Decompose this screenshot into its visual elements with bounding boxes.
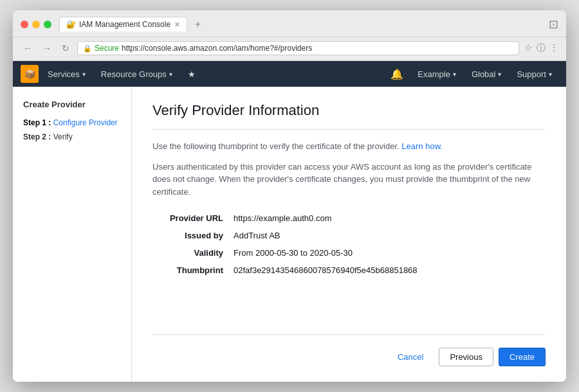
page-title: Verify Provider Information xyxy=(152,102,546,119)
learn-how-link[interactable]: Learn how. xyxy=(401,141,443,151)
browser-window: 🔐 IAM Management Console ✕ + ⊡ ← → ↻ 🔒 S… xyxy=(13,10,566,382)
info-icon[interactable]: ⓘ xyxy=(537,42,546,54)
secure-label: Secure xyxy=(95,44,119,53)
services-menu[interactable]: Services ▾ xyxy=(41,61,92,87)
support-chevron-icon: ▾ xyxy=(549,71,552,78)
nav-right: 🔔 Example ▾ Global ▾ Support ▾ xyxy=(385,61,558,87)
provider-url-row: Provider URL https://example.auth0.com xyxy=(163,213,546,223)
maximize-button[interactable] xyxy=(44,21,51,28)
aws-nav: 📦 Services ▾ Resource Groups ▾ ★ 🔔 Examp… xyxy=(13,61,566,87)
validity-value: From 2000-05-30 to 2020-05-30 xyxy=(234,248,353,258)
new-tab-icon[interactable]: + xyxy=(195,19,201,30)
minimize-button[interactable] xyxy=(32,21,40,28)
bottom-divider xyxy=(152,334,546,335)
sidebar-title: Create Provider xyxy=(23,100,121,109)
services-label: Services xyxy=(48,69,80,79)
secure-icon: 🔒 xyxy=(83,44,92,53)
details-table: Provider URL https://example.auth0.com I… xyxy=(163,213,546,275)
thumbprint-value: 02faf3e29143546860078576940f5e45b6885186… xyxy=(234,265,418,275)
support-menu[interactable]: Support ▾ xyxy=(510,61,558,87)
create-button[interactable]: Create xyxy=(499,348,546,366)
star-icon: ★ xyxy=(188,69,196,79)
resource-groups-label: Resource Groups xyxy=(101,69,167,79)
cancel-button[interactable]: Cancel xyxy=(387,348,434,366)
sidebar-step1: Step 1 : Configure Provider xyxy=(23,118,121,127)
info-text-1: Use the following thumbprint to verify t… xyxy=(152,140,546,153)
bookmarks-button[interactable]: ★ xyxy=(181,61,202,87)
issued-by-label: Issued by xyxy=(163,231,234,240)
global-chevron-icon: ▾ xyxy=(498,71,501,78)
address-bar-icons: ☆ ⓘ ⋮ xyxy=(524,42,558,54)
thumbprint-label: Thumbprint xyxy=(163,265,234,275)
aws-logo: 📦 xyxy=(21,65,39,83)
provider-url-value: https://example.auth0.com xyxy=(234,213,331,223)
notifications-icon[interactable]: 🔔 xyxy=(385,68,409,80)
close-button[interactable] xyxy=(21,21,28,28)
example-menu[interactable]: Example ▾ xyxy=(411,61,463,87)
info-text-2: Users authenticated by this provider can… xyxy=(152,161,546,199)
example-chevron-icon: ▾ xyxy=(453,71,456,78)
thumbprint-row: Thumbprint 02faf3e29143546860078576940f5… xyxy=(163,265,546,275)
previous-button[interactable]: Previous xyxy=(439,348,493,366)
issued-by-value: AddTrust AB xyxy=(234,231,280,240)
main-panel: Verify Provider Information Use the foll… xyxy=(132,87,566,382)
validity-label: Validity xyxy=(163,248,234,258)
traffic-lights xyxy=(21,21,51,28)
global-menu[interactable]: Global ▾ xyxy=(465,61,508,87)
title-divider xyxy=(152,129,546,130)
step2-text: Verify xyxy=(53,132,73,141)
reload-button[interactable]: ↻ xyxy=(59,42,72,55)
sidebar: Create Provider Step 1 : Configure Provi… xyxy=(13,87,132,382)
forward-button[interactable]: → xyxy=(40,42,54,55)
browser-addressbar: ← → ↻ 🔒 Secure https://console.aws.amazo… xyxy=(13,37,566,61)
support-label: Support xyxy=(517,69,546,79)
resource-groups-menu[interactable]: Resource Groups ▾ xyxy=(95,61,179,87)
content-area: Create Provider Step 1 : Configure Provi… xyxy=(13,87,566,382)
resource-groups-chevron-icon: ▾ xyxy=(169,71,172,78)
step1-link[interactable]: Configure Provider xyxy=(53,118,118,127)
global-label: Global xyxy=(472,69,496,79)
bookmark-icon[interactable]: ☆ xyxy=(524,42,533,54)
actions-row: Cancel Previous Create xyxy=(152,345,546,366)
browser-tab[interactable]: 🔐 IAM Management Console ✕ xyxy=(59,17,187,31)
url-text: https://console.aws.amazon.com/iam/home?… xyxy=(122,44,312,53)
tab-title: IAM Management Console xyxy=(79,20,170,29)
sidebar-step2: Step 2 : Verify xyxy=(23,132,121,141)
provider-url-label: Provider URL xyxy=(163,213,234,223)
step1-label: Step 1 : xyxy=(23,118,51,127)
validity-row: Validity From 2000-05-30 to 2020-05-30 xyxy=(163,248,546,258)
back-button[interactable]: ← xyxy=(21,42,35,55)
browser-titlebar: 🔐 IAM Management Console ✕ + ⊡ xyxy=(13,10,566,37)
step2-label: Step 2 : xyxy=(23,132,51,141)
window-controls: ⊡ xyxy=(549,17,558,31)
menu-icon[interactable]: ⋮ xyxy=(549,42,558,54)
address-bar[interactable]: 🔒 Secure https://console.aws.amazon.com/… xyxy=(77,41,519,55)
example-label: Example xyxy=(418,69,450,79)
tab-favicon-icon: 🔐 xyxy=(66,20,75,29)
issued-by-row: Issued by AddTrust AB xyxy=(163,231,546,240)
tab-close-icon[interactable]: ✕ xyxy=(174,21,180,29)
services-chevron-icon: ▾ xyxy=(82,71,86,78)
